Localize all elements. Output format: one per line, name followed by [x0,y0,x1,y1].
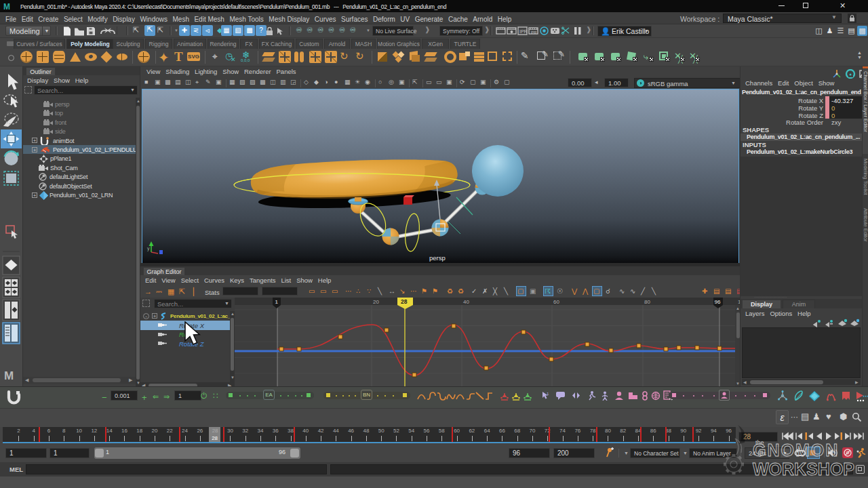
svg-text:1: 1 [547,392,549,396]
svg-text:persp: persp [429,254,446,262]
svg-text:IPR: IPR [519,29,528,34]
svg-text:y: y [147,246,150,251]
svg-text:M: M [4,369,14,382]
svg-text:96: 96 [715,299,721,305]
svg-text:80: 80 [644,299,650,305]
svg-text:1: 1 [275,299,279,305]
svg-text:PR: PR [531,30,537,35]
svg-text:60: 60 [553,299,559,305]
svg-text:28: 28 [401,298,408,305]
svg-text:40: 40 [463,299,469,305]
svg-text:20: 20 [373,299,379,305]
